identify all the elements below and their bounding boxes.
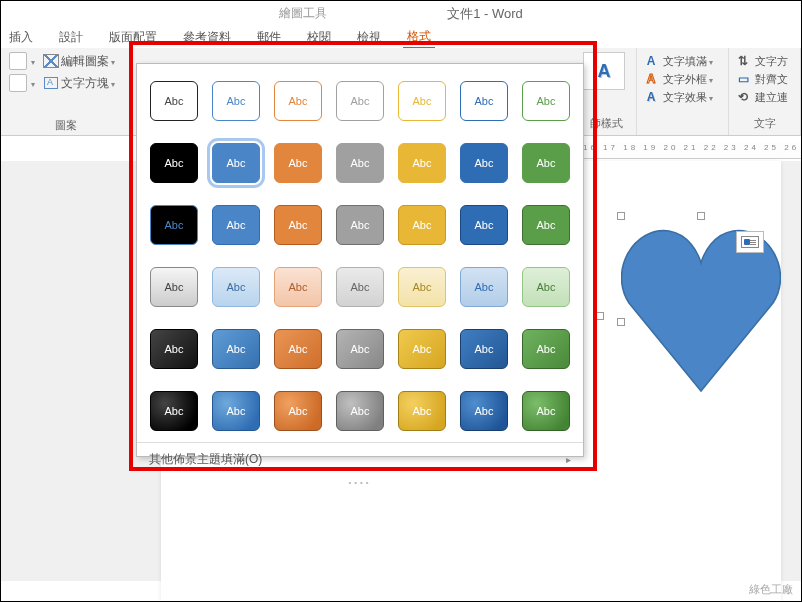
group-wordart-styles: A 師樣式 [577,48,637,135]
style-swatch[interactable]: Abc [460,267,508,307]
group-text-style: A 文字填滿 A 文字外框 A 文字效果 [637,48,729,135]
selection-handle[interactable] [617,318,625,326]
group-label-shapes: 圖案 [9,116,122,133]
style-swatch[interactable]: Abc [460,391,508,431]
style-swatch[interactable]: Abc [212,329,260,369]
style-swatch[interactable]: Abc [212,205,260,245]
textbox-icon [43,75,59,91]
style-swatch[interactable]: Abc [274,143,322,183]
text-fill-icon: A [643,53,659,69]
text-effects-button[interactable]: A 文字效果 [643,88,722,106]
style-swatch[interactable]: Abc [398,81,446,121]
style-swatch[interactable]: Abc [150,205,198,245]
tab-format[interactable]: 格式 [403,26,435,49]
selection-handle[interactable] [617,212,625,220]
gallery-footer-label: 其他佈景主題填滿(O) [149,451,262,468]
style-swatch[interactable]: Abc [274,267,322,307]
style-swatch[interactable]: Abc [150,267,198,307]
shape-picker-caret-icon[interactable] [29,54,35,68]
style-swatch[interactable]: Abc [460,81,508,121]
shape-style-gallery: AbcAbcAbcAbcAbcAbcAbcAbcAbcAbcAbcAbcAbcA… [136,63,584,457]
contextual-tab-label: 繪圖工具 [279,5,327,22]
style-swatch[interactable]: Abc [336,143,384,183]
watermark: 綠色工廠 [749,582,793,597]
horizontal-ruler: 16 17 18 19 20 21 22 23 24 25 26 27 [581,143,801,159]
layout-options-icon [741,236,759,248]
style-swatch[interactable]: Abc [150,329,198,369]
tab-layout[interactable]: 版面配置 [105,27,161,48]
gallery-grid: AbcAbcAbcAbcAbcAbcAbcAbcAbcAbcAbcAbcAbcA… [137,64,583,442]
group-text: ⇅ 文字方 ▭ 對齊文 ⟲ 建立連 文字 [729,48,801,135]
style-swatch[interactable]: Abc [522,329,570,369]
style-swatch[interactable]: Abc [522,267,570,307]
link-icon: ⟲ [735,89,751,105]
shape-picker2-button[interactable] [9,74,27,92]
style-swatch[interactable]: Abc [150,391,198,431]
style-swatch[interactable]: Abc [336,205,384,245]
chevron-right-icon: ▸ [566,454,571,465]
style-swatch[interactable]: Abc [522,391,570,431]
style-swatch[interactable]: Abc [212,81,260,121]
gallery-other-fills[interactable]: 其他佈景主題填滿(O) ▸ [137,442,583,476]
text-fill-button[interactable]: A 文字填滿 [643,52,722,70]
edit-shape-button[interactable]: 編輯圖案 [61,53,115,70]
style-swatch[interactable]: Abc [150,143,198,183]
style-swatch[interactable]: Abc [522,81,570,121]
text-outline-icon: A [643,71,659,87]
create-link-button[interactable]: ⟲ 建立連 [735,88,794,106]
style-swatch[interactable]: Abc [212,143,260,183]
textbox-button[interactable]: 文字方塊 [61,75,115,92]
tab-view[interactable]: 檢視 [353,27,385,48]
group-label-text: 文字 [735,114,794,131]
tab-mailings[interactable]: 郵件 [253,27,285,48]
document-title: 文件1 - Word [447,5,523,23]
align-text-icon: ▭ [735,71,751,87]
style-swatch[interactable]: Abc [336,81,384,121]
layout-options-button[interactable] [736,231,764,253]
style-swatch[interactable]: Abc [398,391,446,431]
text-effects-icon: A [643,89,659,105]
tab-review[interactable]: 校閱 [303,27,335,48]
style-swatch[interactable]: Abc [522,205,570,245]
text-direction-button[interactable]: ⇅ 文字方 [735,52,794,70]
wordart-style-thumb[interactable]: A [583,52,625,90]
style-swatch[interactable]: Abc [336,391,384,431]
style-swatch[interactable]: Abc [274,81,322,121]
ribbon-tabs: 插入 設計 版面配置 參考資料 郵件 校閱 檢視 格式 [1,26,801,48]
style-swatch[interactable]: Abc [398,267,446,307]
style-swatch[interactable]: Abc [150,81,198,121]
style-swatch[interactable]: Abc [336,329,384,369]
style-swatch[interactable]: Abc [460,205,508,245]
tab-design[interactable]: 設計 [55,27,87,48]
style-swatch[interactable]: Abc [460,329,508,369]
style-swatch[interactable]: Abc [274,391,322,431]
gallery-resize-grip-icon[interactable]: •••• [137,476,583,491]
edit-shape-icon [43,53,59,69]
shape-quick-row: 編輯圖案 [9,52,122,70]
style-swatch[interactable]: Abc [398,329,446,369]
selection-handle[interactable] [697,212,705,220]
text-outline-button[interactable]: A 文字外框 [643,70,722,88]
heart-path [622,231,781,391]
shape-picker2-caret-icon[interactable] [29,76,35,90]
style-swatch[interactable]: Abc [398,205,446,245]
align-text-button[interactable]: ▭ 對齊文 [735,70,794,88]
title-bar: 繪圖工具 文件1 - Word [1,1,801,26]
style-swatch[interactable]: Abc [274,329,322,369]
style-swatch[interactable]: Abc [398,143,446,183]
text-direction-icon: ⇅ [735,53,751,69]
style-swatch[interactable]: Abc [212,391,260,431]
group-label-wordart: 師樣式 [583,114,630,131]
style-swatch[interactable]: Abc [336,267,384,307]
style-swatch[interactable]: Abc [522,143,570,183]
shape-picker-button[interactable] [9,52,27,70]
group-insert-shapes: 編輯圖案 文字方塊 圖案 [1,48,131,135]
selection-handle[interactable] [596,312,604,320]
style-swatch[interactable]: Abc [274,205,322,245]
style-swatch[interactable]: Abc [460,143,508,183]
tab-insert[interactable]: 插入 [5,27,37,48]
tab-references[interactable]: 參考資料 [179,27,235,48]
style-swatch[interactable]: Abc [212,267,260,307]
